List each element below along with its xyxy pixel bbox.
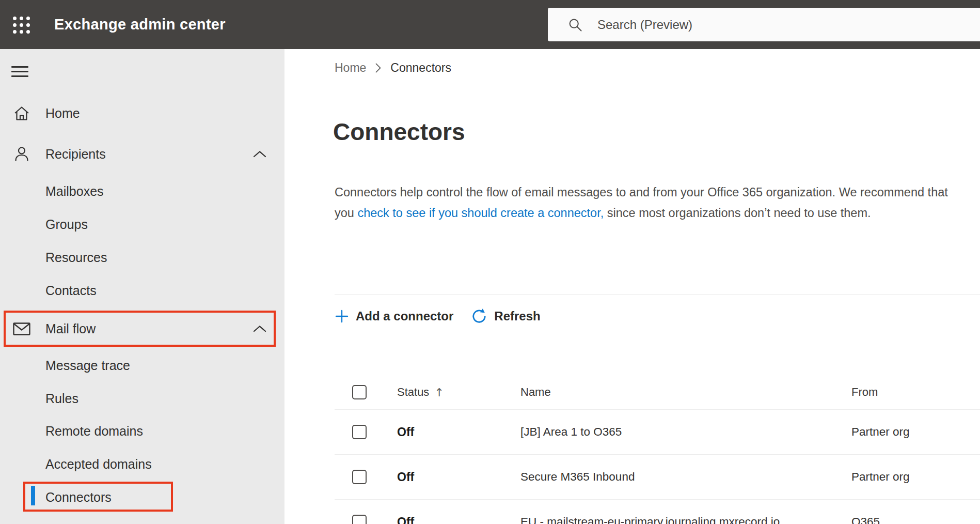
- sidebar-item-resources[interactable]: Resources: [0, 241, 284, 274]
- sidebar-item-recipients[interactable]: Recipients: [0, 137, 284, 171]
- sidebar-item-label: Contacts: [45, 283, 97, 298]
- home-icon: [12, 105, 31, 121]
- sidebar-item-rules[interactable]: Rules: [0, 382, 284, 415]
- status-cell: Off: [397, 515, 414, 524]
- sidebar-item-label: Connectors: [45, 490, 112, 505]
- chevron-up-icon[interactable]: [253, 325, 266, 333]
- row-checkbox[interactable]: [352, 425, 367, 439]
- toolbar-top-divider: [335, 295, 980, 295]
- search-box[interactable]: [548, 8, 980, 41]
- from-cell: O365: [851, 515, 880, 524]
- search-input[interactable]: [596, 17, 919, 33]
- connectors-table: Status ↑ Name From Off [JB] Area 1 to O3…: [335, 375, 980, 524]
- sidebar-item-label: Remote domains: [45, 424, 143, 439]
- row-checkbox[interactable]: [352, 515, 367, 524]
- sidebar-item-contacts[interactable]: Contacts: [0, 274, 284, 307]
- sidebar-item-home[interactable]: Home: [0, 97, 284, 130]
- add-connector-button[interactable]: Add a connector: [335, 309, 453, 323]
- page-description: Connectors help control the flow of emai…: [335, 182, 970, 223]
- sidebar-item-label: Groups: [45, 217, 88, 232]
- sidebar-item-label: Accepted domains: [45, 457, 152, 472]
- table-row[interactable]: Off [JB] Area 1 to O365 Partner org: [335, 410, 980, 455]
- table-header-row: Status ↑ Name From: [335, 375, 980, 410]
- sidebar-item-label: Message trace: [45, 358, 130, 373]
- name-cell: [JB] Area 1 to O365: [520, 425, 622, 439]
- chevron-right-icon: [375, 63, 382, 73]
- sidebar-item-mailboxes[interactable]: Mailboxes: [0, 175, 284, 208]
- search-icon: [567, 17, 583, 33]
- add-connector-label: Add a connector: [356, 309, 453, 323]
- breadcrumb-home-link[interactable]: Home: [335, 61, 366, 75]
- sidebar-item-mail-flow[interactable]: Mail flow: [0, 312, 284, 345]
- sidebar-item-label: Rules: [45, 391, 78, 406]
- sidebar-item-label: Home: [45, 106, 80, 121]
- refresh-icon: [471, 308, 487, 325]
- sidebar-item-label: Mailboxes: [45, 184, 104, 199]
- create-connector-check-link[interactable]: check to see if you should create a conn…: [357, 206, 604, 220]
- name-cell: EU - mailstream-eu-primary.journaling.mx…: [520, 515, 780, 524]
- chevron-up-icon[interactable]: [253, 150, 266, 158]
- top-bar: Exchange admin center: [0, 0, 980, 49]
- app-title: Exchange admin center: [54, 0, 226, 49]
- name-cell: Secure M365 Inbound: [520, 470, 635, 484]
- row-checkbox[interactable]: [352, 470, 367, 484]
- from-cell: Partner org: [851, 425, 910, 439]
- column-header-from[interactable]: From: [851, 386, 878, 399]
- sidebar-item-groups[interactable]: Groups: [0, 208, 284, 241]
- select-all-checkbox[interactable]: [352, 385, 367, 399]
- sidebar-item-accepted-domains[interactable]: Accepted domains: [0, 448, 284, 481]
- exchange-admin-center-screen: Exchange admin center Home Recipients: [0, 0, 980, 524]
- column-header-status[interactable]: Status ↑: [397, 386, 444, 399]
- selected-item-indicator: [31, 486, 35, 505]
- breadcrumb-current: Connectors: [390, 61, 451, 75]
- sidebar-item-label: Recipients: [45, 147, 106, 162]
- status-cell: Off: [397, 425, 414, 439]
- sidebar-nav: Home Recipients Mailboxes Groups Resourc…: [0, 49, 284, 524]
- table-row[interactable]: Off Secure M365 Inbound Partner org: [335, 455, 980, 500]
- refresh-label: Refresh: [494, 309, 540, 323]
- person-icon: [12, 145, 31, 163]
- sidebar-item-remote-domains[interactable]: Remote domains: [0, 414, 284, 448]
- table-row[interactable]: Off EU - mailstream-eu-primary.journalin…: [335, 500, 980, 524]
- page-title: Connectors: [333, 118, 465, 146]
- sidebar-item-label: Resources: [45, 250, 107, 265]
- plus-icon: [335, 309, 349, 323]
- sort-ascending-icon: ↑: [434, 386, 444, 399]
- breadcrumb: Home Connectors: [335, 61, 451, 75]
- description-text: since most organizations don’t need to u…: [604, 206, 871, 220]
- column-header-name[interactable]: Name: [520, 386, 551, 399]
- sidebar-item-message-trace[interactable]: Message trace: [0, 349, 284, 382]
- sidebar-item-label: Mail flow: [45, 321, 96, 336]
- app-launcher-icon[interactable]: [10, 14, 32, 35]
- envelope-icon: [12, 322, 31, 335]
- sidebar-item-connectors[interactable]: Connectors: [0, 481, 284, 514]
- from-cell: Partner org: [851, 470, 910, 484]
- status-cell: Off: [397, 470, 414, 484]
- hamburger-menu-icon[interactable]: [11, 66, 28, 77]
- command-bar: Add a connector Refresh: [335, 303, 541, 330]
- refresh-button[interactable]: Refresh: [471, 308, 540, 325]
